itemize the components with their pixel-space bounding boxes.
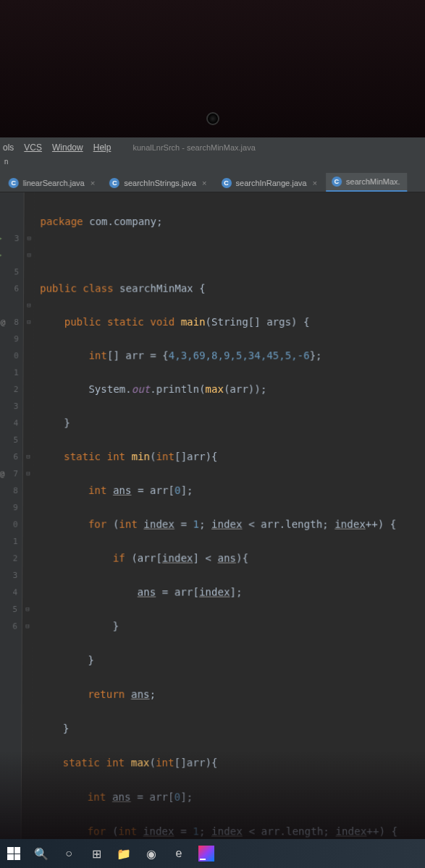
java-class-icon: C <box>332 176 342 187</box>
start-button[interactable] <box>4 844 23 863</box>
screen-area: ols VCS Window Help kunalLnrSrch - searc… <box>0 137 425 851</box>
override-icon: @ <box>1 314 6 331</box>
close-icon[interactable]: × <box>202 179 206 187</box>
windows-taskbar[interactable]: 🔍 ○ ⊞ 📁 ◉ e <box>0 839 425 868</box>
run-marker-icon: ▶ <box>0 230 2 247</box>
browser-icon[interactable]: ◉ <box>142 844 161 863</box>
toolwindow-bar[interactable]: n <box>0 158 425 171</box>
tab-searchinstrings[interactable]: C searchInStrings.java × <box>104 174 214 192</box>
tab-label: searchInRange.java <box>236 179 307 187</box>
tab-searchinrange[interactable]: C searchInRange.java × <box>216 174 324 192</box>
window-title: kunalLnrSrch - searchMinMax.java <box>132 143 255 152</box>
close-icon[interactable]: × <box>91 179 95 187</box>
gutter: ▶3 ▶ 5 6 @8 9 0 1 2 3 4 5 6 @7 8 9 0 1 2… <box>0 192 25 868</box>
code-area[interactable]: package com.company; public class search… <box>30 192 399 868</box>
tab-searchminmax[interactable]: C searchMinMax. <box>326 173 408 192</box>
tab-linearsearch[interactable]: C linearSearch.java × <box>3 174 103 192</box>
edge-icon[interactable]: e <box>169 844 188 863</box>
java-class-icon: C <box>222 178 232 188</box>
menu-tools[interactable]: ols <box>3 142 14 153</box>
menu-help[interactable]: Help <box>93 142 111 153</box>
windows-logo-icon <box>7 847 20 860</box>
close-icon[interactable]: × <box>313 179 317 187</box>
taskview-icon[interactable]: ⊞ <box>87 844 106 863</box>
editor-tabs: C linearSearch.java × C searchInStrings.… <box>0 171 425 192</box>
search-icon[interactable]: 🔍 <box>32 844 51 863</box>
tab-label: linearSearch.java <box>23 179 85 187</box>
intellij-icon[interactable] <box>197 844 216 863</box>
menu-vcs[interactable]: VCS <box>24 142 42 153</box>
code-editor[interactable]: ▶3 ▶ 5 6 @8 9 0 1 2 3 4 5 6 @7 8 9 0 1 2… <box>0 192 425 868</box>
java-class-icon: C <box>9 178 19 188</box>
override-icon: @ <box>0 465 4 482</box>
webcam <box>206 112 219 125</box>
tab-label: searchInStrings.java <box>124 179 196 187</box>
main-menubar: ols VCS Window Help kunalLnrSrch - searc… <box>0 137 425 158</box>
run-marker-icon: ▶ <box>0 247 2 263</box>
menu-window[interactable]: Window <box>52 142 83 153</box>
intellij-logo-icon <box>198 846 214 861</box>
file-explorer-icon[interactable]: 📁 <box>114 844 133 863</box>
java-class-icon: C <box>109 178 119 188</box>
cortana-icon[interactable]: ○ <box>59 844 78 863</box>
tab-label: searchMinMax. <box>346 177 400 186</box>
